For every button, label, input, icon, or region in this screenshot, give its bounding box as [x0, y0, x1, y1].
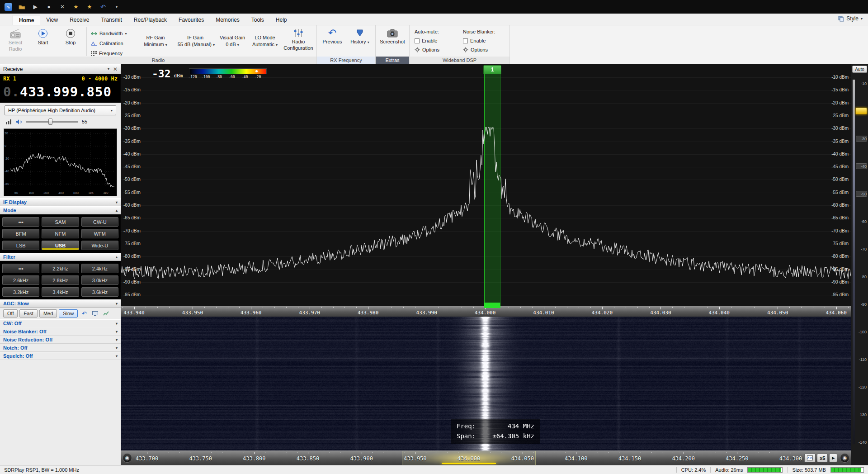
mode-button-nfm[interactable]: NFM [42, 229, 79, 238]
frequency-display[interactable]: 0.433.999.850 [3, 82, 118, 100]
ribbon: Select Radio Start Stop B [0, 25, 868, 64]
app-icon[interactable]: ∿ [5, 3, 12, 11]
filter-button-3-6khz[interactable]: 3.6kHz [81, 287, 118, 297]
filter-button-2-8khz[interactable]: 2.8kHz [42, 275, 79, 285]
undo-icon[interactable]: ↶ [99, 3, 107, 11]
visual-gain-value: 0 dB ▾ [226, 41, 239, 48]
auto-mute-enable-checkbox[interactable]: Enable [415, 37, 456, 44]
mode-button-cw-u[interactable]: CW-U [81, 217, 118, 227]
section-agc[interactable]: AGC: Slow ▾ [0, 299, 121, 308]
mode-button-sam[interactable]: SAM [42, 217, 79, 227]
noise-blanker-options-button[interactable]: Options [463, 46, 505, 53]
section-filter[interactable]: Filter ▴ [0, 253, 121, 261]
scale-left-button[interactable]: ◉ [123, 453, 132, 463]
power-readout: -32dBm [152, 68, 183, 80]
menu-tab-transmit[interactable]: Transmit [95, 15, 128, 25]
screenshot-button[interactable]: Screenshot [378, 26, 407, 55]
menu-tab-tools[interactable]: Tools [245, 15, 270, 25]
visual-gain-dropdown[interactable]: Visual Gain 0 dB ▾ [217, 28, 247, 54]
equalizer-icon[interactable] [5, 119, 12, 124]
scale-minor-tick [179, 452, 179, 453]
toolbar-customize-icon[interactable]: ▾ [113, 3, 121, 11]
style-selector[interactable]: Style ▾ [838, 15, 863, 22]
scale-frequency-label: 434.150 [614, 455, 646, 462]
radio-configuration-button[interactable]: RadioConfiguration [283, 26, 314, 55]
scale-view-button[interactable] [804, 454, 816, 462]
audio-spectrum-graph[interactable]: 601002004008001k63k2200-20-40-60 [4, 128, 117, 196]
add-favourite-icon[interactable]: ★ [85, 3, 94, 11]
play-icon[interactable]: ▶ [31, 3, 39, 11]
open-file-icon[interactable] [18, 3, 26, 11]
section-mode[interactable]: Mode ▴ [0, 206, 121, 214]
noise-blanker-header: Noise Blanker: [463, 28, 505, 35]
menu-tab-home[interactable]: Home [13, 15, 40, 25]
start-button[interactable]: Start [30, 26, 56, 55]
menu-tab-view[interactable]: View [40, 15, 64, 25]
scale-minor-tick [287, 452, 287, 453]
panel-close-icon[interactable]: ✕ [113, 66, 118, 72]
rx-marker-tab[interactable]: 1 [483, 65, 501, 74]
menu-tab-receive[interactable]: Receive [64, 15, 95, 25]
speaker-icon[interactable] [15, 119, 22, 125]
waterfall-display[interactable]: Freq:434 MHz Span:±64.305 kHz [121, 317, 851, 450]
section-cw-off[interactable]: CW: Off▾ [0, 319, 121, 327]
filter-button-3-2khz[interactable]: 3.2kHz [2, 287, 39, 297]
menu-tab-help[interactable]: Help [270, 15, 293, 25]
bottom-frequency-scale[interactable]: ◉ 433.700433.750433.800433.850433.900433… [121, 450, 851, 465]
filter-button-2-4khz[interactable]: 2.4kHz [81, 264, 118, 273]
filter-button-3-0khz[interactable]: 3.0kHz [81, 275, 118, 285]
mode-button-wide-u[interactable]: Wide-U [81, 241, 118, 250]
zoom-button[interactable]: x5 [817, 454, 828, 462]
spectrum-display[interactable]: -10 dBm-10 dBm-15 dBm-15 dBm-20 dBm-20 d… [121, 64, 851, 306]
rf-gain-dropdown[interactable]: RF Gain Minimum ▾ [138, 28, 173, 54]
spectrum-frequency-ruler[interactable]: 433.940433.950433.960433.970433.980433.9… [121, 306, 851, 317]
if-gain-dropdown[interactable]: IF Gain -55 dB (Manual) ▾ [175, 28, 216, 54]
bottom-scale-inner[interactable]: 433.700433.750433.800433.850433.900433.9… [133, 451, 804, 465]
agc-button-fast[interactable]: Fast [19, 309, 37, 318]
sliders-icon [293, 28, 303, 38]
menu-tab-favourites[interactable]: Favourites [173, 15, 210, 25]
agc-button-off[interactable]: Off [3, 309, 18, 318]
mode-button-dots[interactable]: ••• [2, 217, 39, 227]
scale-right-button[interactable]: ◉ [840, 453, 849, 463]
volume-slider[interactable] [26, 118, 78, 125]
noise-blanker-enable-checkbox[interactable]: Enable [463, 37, 505, 44]
section-squelch-off[interactable]: Squelch: Off▾ [0, 352, 121, 360]
panel-collapse-icon[interactable]: ▾ [108, 67, 109, 71]
dsp-sections: CW: Off▾Noise Blanker: Off▾Noise Reducti… [0, 319, 121, 360]
record-icon[interactable]: ● [45, 3, 53, 11]
section-notch-off[interactable]: Notch: Off▾ [0, 344, 121, 352]
mode-button-usb[interactable]: USB [42, 241, 79, 250]
agc-graph-icon[interactable] [101, 309, 110, 318]
menu-tab-rec-playback[interactable]: Rec/Playback [128, 15, 173, 25]
section-noise-reduction-off[interactable]: Noise Reduction: Off▾ [0, 336, 121, 344]
stop-button[interactable]: Stop [57, 26, 84, 55]
section-if-display[interactable]: IF Display ▾ [0, 198, 121, 206]
history-dropdown[interactable]: History ▾ [347, 26, 373, 55]
level-reference-handle[interactable] [855, 108, 867, 114]
volume-slider-thumb[interactable] [48, 118, 52, 125]
mode-button-lsb[interactable]: LSB [2, 241, 39, 250]
lo-mode-dropdown[interactable]: LO Mode Automatic ▾ [249, 28, 281, 54]
agc-button-med[interactable]: Med [39, 309, 57, 318]
filter-button-3-4khz[interactable]: 3.4kHz [42, 287, 79, 297]
filter-button-2-2khz[interactable]: 2.2kHz [42, 264, 79, 273]
audio-device-select[interactable]: HP (Périphérique High Definition Audio) … [5, 105, 116, 115]
previous-button[interactable]: ↶ Previous [319, 26, 345, 55]
agc-undo-icon[interactable]: ↶ [80, 309, 89, 318]
mode-button-wfm[interactable]: WFM [81, 229, 118, 238]
bandwidth-button[interactable]: Bandwidth ▾ [90, 29, 137, 38]
scale-right-arrow-button[interactable]: ▸ [829, 454, 837, 462]
menu-tab-memories[interactable]: Memories [210, 15, 245, 25]
calibration-button[interactable]: Calibration [90, 39, 137, 47]
auto-mute-options-button[interactable]: Options [415, 46, 456, 53]
mode-button-bfm[interactable]: BFM [2, 229, 39, 238]
section-noise-blanker-off[interactable]: Noise Blanker: Off▾ [0, 327, 121, 336]
select-radio-button[interactable]: Select Radio [2, 26, 28, 55]
filter-button-dots[interactable]: ••• [2, 264, 39, 273]
favourite-icon[interactable]: ★ [72, 3, 80, 11]
agc-monitor-icon[interactable] [90, 309, 99, 318]
filter-button-2-6khz[interactable]: 2.6kHz [2, 275, 39, 285]
agc-button-slow[interactable]: Slow [59, 309, 78, 318]
close-session-icon[interactable]: ✕ [58, 3, 66, 11]
